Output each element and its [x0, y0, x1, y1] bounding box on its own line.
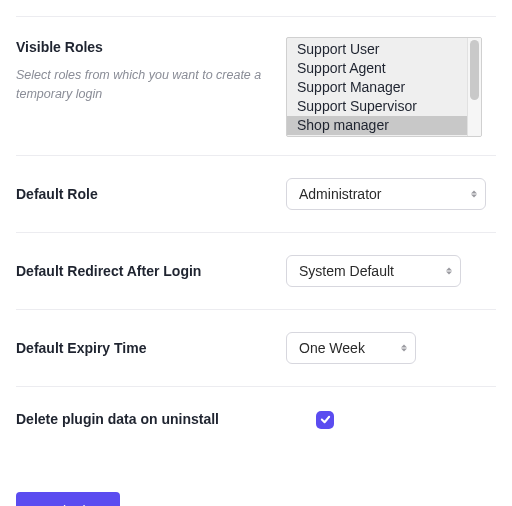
visible-roles-listbox[interactable]: Support User Support Agent Support Manag…	[286, 37, 482, 137]
list-item[interactable]: Customer	[287, 135, 481, 137]
delete-on-uninstall-checkbox[interactable]	[316, 411, 334, 429]
list-item[interactable]: Shop manager	[287, 116, 481, 135]
list-item[interactable]: Support Agent	[287, 59, 481, 78]
check-icon	[320, 414, 331, 425]
row-visible-roles: Visible Roles Select roles from which yo…	[16, 16, 496, 156]
default-role-value: Administrator	[299, 186, 381, 202]
default-expiry-label: Default Expiry Time	[16, 338, 270, 359]
listbox-scrollbar[interactable]	[467, 38, 481, 136]
chevron-updown-icon	[471, 191, 477, 198]
chevron-updown-icon	[446, 268, 452, 275]
scrollbar-thumb[interactable]	[470, 40, 479, 100]
visible-roles-help: Select roles from which you want to crea…	[16, 66, 270, 104]
row-default-redirect: Default Redirect After Login System Defa…	[16, 233, 496, 310]
row-delete-on-uninstall: Delete plugin data on uninstall	[16, 387, 496, 452]
list-item[interactable]: Support User	[287, 40, 481, 59]
chevron-updown-icon	[401, 345, 407, 352]
default-expiry-select[interactable]: One Week	[286, 332, 416, 364]
default-expiry-value: One Week	[299, 340, 365, 356]
default-role-label: Default Role	[16, 184, 270, 205]
default-role-select[interactable]: Administrator	[286, 178, 486, 210]
delete-on-uninstall-label: Delete plugin data on uninstall	[16, 409, 270, 430]
list-item[interactable]: Support Manager	[287, 78, 481, 97]
default-redirect-value: System Default	[299, 263, 394, 279]
row-default-role: Default Role Administrator	[16, 156, 496, 233]
row-default-expiry: Default Expiry Time One Week	[16, 310, 496, 387]
list-item[interactable]: Support Supervisor	[287, 97, 481, 116]
default-redirect-select[interactable]: System Default	[286, 255, 461, 287]
visible-roles-label: Visible Roles	[16, 37, 270, 58]
submit-button[interactable]: Submit	[16, 492, 120, 506]
default-redirect-label: Default Redirect After Login	[16, 261, 270, 282]
